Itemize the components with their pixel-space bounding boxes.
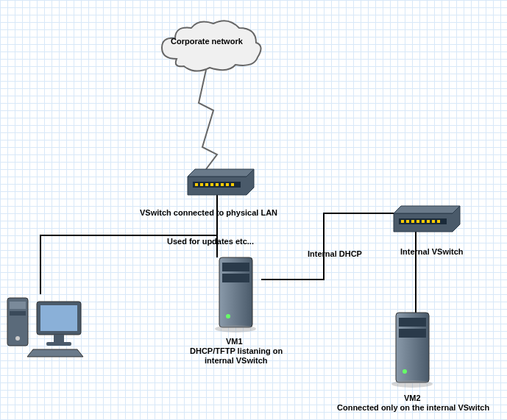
vswitch-internal <box>390 202 464 237</box>
svg-rect-22 <box>437 220 440 223</box>
cloud-label: Corporate network <box>171 37 243 46</box>
svg-rect-25 <box>10 311 26 316</box>
svg-rect-28 <box>40 305 77 331</box>
svg-rect-11 <box>231 183 234 186</box>
svg-rect-15 <box>401 220 404 223</box>
vm1-server <box>213 254 265 336</box>
svg-rect-38 <box>399 318 426 327</box>
workstation <box>4 287 92 362</box>
svg-rect-9 <box>221 183 224 186</box>
svg-point-35 <box>226 314 230 318</box>
svg-rect-30 <box>46 342 71 346</box>
svg-rect-17 <box>411 220 414 223</box>
svg-rect-21 <box>432 220 435 223</box>
vm2-desc: Connected only on the internal VSwitch <box>337 403 489 412</box>
svg-rect-39 <box>399 329 426 338</box>
cloud-corporate-network <box>155 15 265 82</box>
vm2-server <box>390 309 442 391</box>
updates-label: Used for updates etc... <box>167 237 254 246</box>
svg-rect-34 <box>222 274 249 282</box>
svg-rect-18 <box>416 220 419 223</box>
svg-rect-10 <box>226 183 229 186</box>
vm1-title: VM1 <box>226 337 243 346</box>
vm1-desc2: internal VSwitch <box>205 356 268 365</box>
svg-marker-2 <box>188 169 254 177</box>
svg-point-26 <box>15 336 20 341</box>
vswitch-internal-label: Internal VSwitch <box>400 247 464 256</box>
vm2-title: VM2 <box>404 394 421 402</box>
vswitch-physical-label: VSwitch connected to physical LAN <box>140 208 277 217</box>
svg-rect-8 <box>216 183 219 186</box>
vswitch-physical <box>184 165 258 200</box>
svg-rect-7 <box>210 183 213 186</box>
internal-dhcp-label: Internal DHCP <box>308 249 362 258</box>
svg-rect-5 <box>200 183 203 186</box>
svg-rect-16 <box>406 220 409 223</box>
svg-point-36 <box>215 325 256 332</box>
svg-rect-6 <box>205 183 208 186</box>
svg-rect-29 <box>54 335 64 342</box>
svg-rect-33 <box>222 263 249 271</box>
svg-rect-20 <box>427 220 430 223</box>
svg-point-40 <box>403 369 407 374</box>
svg-rect-24 <box>10 302 26 309</box>
svg-marker-31 <box>27 349 83 357</box>
svg-marker-13 <box>394 206 460 213</box>
svg-point-41 <box>391 380 433 388</box>
vm1-desc1: DHCP/TFTP listaning on <box>190 346 283 355</box>
svg-rect-4 <box>195 183 198 186</box>
svg-rect-19 <box>422 220 425 223</box>
